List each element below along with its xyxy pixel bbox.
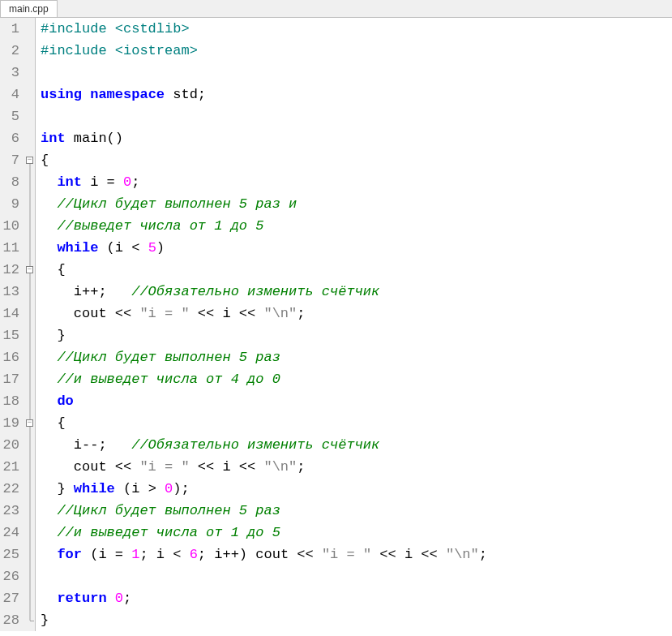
code-line[interactable]: while (i < 5) [41, 237, 487, 259]
token-default [41, 393, 57, 409]
code-line[interactable]: { [41, 259, 487, 281]
line-number: 22 [0, 478, 19, 500]
token-default [41, 503, 57, 518]
code-line[interactable] [41, 565, 487, 587]
fold-cell [24, 522, 35, 544]
token-comment: //Цикл будет выполнен 5 раз и [57, 196, 297, 212]
code-line[interactable]: for (i = 1; i < 6; i++) cout << "i = " <… [41, 544, 487, 565]
code-line[interactable]: } while (i > 0); [41, 478, 487, 500]
code-line[interactable]: //Цикл будет выполнен 5 раз и [41, 193, 487, 215]
code-line[interactable]: } [41, 609, 487, 631]
fold-toggle-icon[interactable]: − [26, 419, 33, 427]
line-number: 1 [0, 18, 19, 40]
token-default: ) [156, 240, 165, 256]
code-line[interactable] [41, 62, 487, 84]
line-number: 10 [0, 215, 19, 237]
code-line[interactable]: #include <iostream> [41, 40, 487, 62]
code-line[interactable]: //и выведет числа от 4 до 0 [41, 368, 487, 390]
code-line[interactable]: { [41, 149, 487, 171]
code-line[interactable]: //выведет числа от 1 до 5 [41, 215, 487, 237]
fold-cell [24, 193, 35, 215]
code-line[interactable]: int i = 0; [41, 171, 487, 193]
code-line[interactable]: //и выведет числа от 1 до 5 [41, 522, 487, 544]
code-line[interactable]: } [41, 324, 487, 346]
token-default [41, 591, 57, 606]
token-comment: //Цикл будет выполнен 5 раз [57, 350, 280, 365]
code-line[interactable]: return 0; [41, 587, 487, 609]
fold-toggle-icon[interactable]: − [26, 266, 33, 273]
token-comment: //Обязательно изменить счётчик [131, 284, 379, 299]
tab-bar: main.cpp [0, 0, 672, 18]
code-line[interactable] [41, 105, 487, 127]
token-string: "i = " [139, 306, 189, 321]
fold-cell [24, 127, 35, 149]
token-keyword: return [57, 591, 106, 606]
fold-cell: − [24, 412, 35, 434]
token-default: i = [82, 174, 123, 190]
token-default [41, 547, 57, 562]
code-line[interactable]: //Цикл будет выполнен 5 раз [41, 500, 487, 522]
fold-cell [24, 171, 35, 193]
token-number: 0 [115, 591, 123, 606]
code-line[interactable]: { [41, 412, 487, 434]
token-default: main() [66, 131, 123, 146]
code-line[interactable]: using namespace std; [41, 84, 487, 105]
token-keyword: int [57, 174, 82, 190]
fold-cell [24, 303, 35, 324]
fold-cell [24, 390, 35, 412]
fold-cell [24, 456, 35, 478]
line-number: 12 [0, 259, 19, 281]
token-default: ; [297, 459, 305, 475]
file-tab[interactable]: main.cpp [0, 0, 58, 17]
line-number: 26 [0, 565, 19, 587]
token-preproc: #include <cstdlib> [41, 21, 190, 37]
line-number: 21 [0, 456, 19, 478]
token-default: cout << [41, 459, 139, 475]
code-line[interactable]: i++; //Обязательно изменить счётчик [41, 281, 487, 303]
fold-cell [24, 434, 35, 456]
token-comment: //и выведет числа от 4 до 0 [57, 372, 280, 387]
line-number: 5 [0, 105, 19, 127]
line-number: 13 [0, 281, 19, 303]
token-default: ; [123, 591, 131, 606]
token-default [41, 174, 57, 190]
code-line[interactable]: do [41, 390, 487, 412]
fold-cell: − [24, 259, 35, 281]
token-preproc: #include <iostream> [41, 43, 198, 58]
token-number: 6 [190, 547, 198, 562]
fold-cell [24, 565, 35, 587]
line-number: 24 [0, 522, 19, 544]
token-keyword: for [57, 547, 82, 562]
token-string: "i = " [139, 459, 189, 475]
token-default [107, 591, 115, 606]
fold-cell [24, 281, 35, 303]
fold-cell [24, 18, 35, 40]
code-line[interactable]: //Цикл будет выполнен 5 раз [41, 346, 487, 368]
token-default: cout << [41, 306, 139, 321]
code-line[interactable]: #include <cstdlib> [41, 18, 487, 40]
code-line[interactable]: int main() [41, 127, 487, 149]
code-line[interactable]: cout << "i = " << i << "\n"; [41, 303, 487, 324]
code-editor[interactable]: 1234567891011121314151617181920212223242… [0, 18, 672, 631]
token-default: ; [131, 174, 139, 190]
line-number: 19 [0, 412, 19, 434]
code-area[interactable]: #include <cstdlib>#include <iostream> us… [36, 18, 487, 631]
token-keyword: do [57, 393, 73, 409]
line-number: 14 [0, 303, 19, 324]
token-default [41, 525, 57, 540]
line-number: 25 [0, 544, 19, 565]
fold-toggle-icon[interactable]: − [26, 157, 33, 164]
fold-cell [24, 40, 35, 62]
code-line[interactable]: i--; //Обязательно изменить счётчик [41, 434, 487, 456]
line-number-gutter: 1234567891011121314151617181920212223242… [0, 18, 24, 631]
token-default: ; i < [139, 547, 189, 562]
token-default: { [41, 153, 49, 168]
token-default: i--; [41, 437, 131, 453]
file-tab-label: main.cpp [9, 3, 49, 15]
fold-cell [24, 346, 35, 368]
token-number: 0 [123, 174, 131, 190]
line-number: 27 [0, 587, 19, 609]
fold-cell [24, 237, 35, 259]
code-line[interactable]: cout << "i = " << i << "\n"; [41, 456, 487, 478]
line-number: 9 [0, 193, 19, 215]
